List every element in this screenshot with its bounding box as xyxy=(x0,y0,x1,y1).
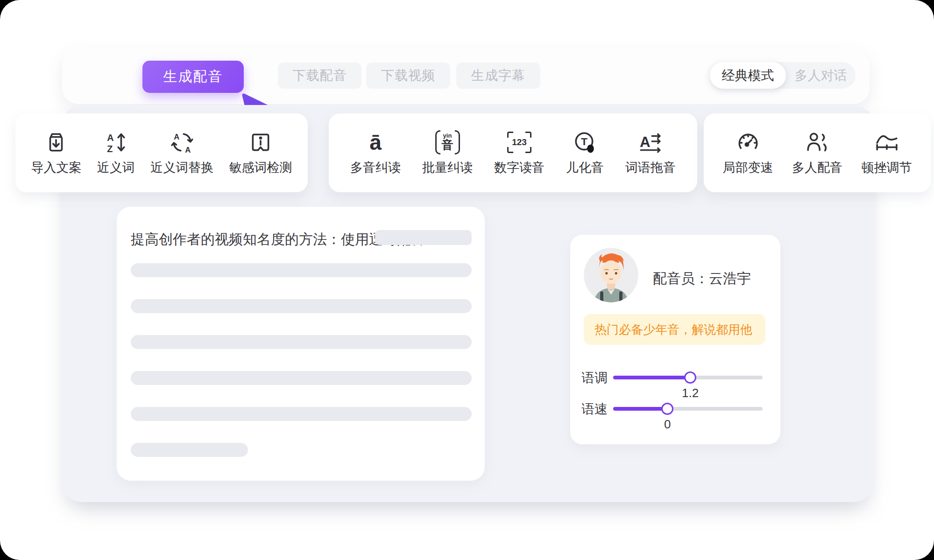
download-audio-button[interactable]: 下载配音 xyxy=(278,63,361,89)
speed-slider: 0 xyxy=(613,407,763,411)
svg-text:A: A xyxy=(174,132,179,141)
tool-label: 数字读音 xyxy=(494,159,545,176)
tool-label: 儿化音 xyxy=(566,159,604,176)
top-toolbar: 生成配音 下载配音 下载视频 生成字幕 经典模式 多人对话 xyxy=(62,48,870,104)
mode-classic-tab[interactable]: 经典模式 xyxy=(710,62,786,89)
tool-number-reading[interactable]: 123 数字读音 xyxy=(494,130,545,176)
slider-fill xyxy=(613,376,690,379)
tool-cadence-adjust[interactable]: 顿挫调节 xyxy=(862,130,912,176)
tool-label: 多音纠读 xyxy=(350,159,401,176)
narrator-tagline: 热门必备少年音，解说都用他 xyxy=(594,322,752,338)
brackets-123-icon: 123 xyxy=(507,130,531,154)
slider-fill xyxy=(613,407,667,411)
tool-label: 批量纠读 xyxy=(422,159,473,176)
placeholder-line xyxy=(131,443,248,457)
placeholder-line xyxy=(131,371,472,385)
a-arrows-icon: A xyxy=(638,130,663,154)
a-macron-icon: ā xyxy=(363,130,388,154)
t-bubble-icon: T xyxy=(573,130,597,154)
tool-polyphone-fix[interactable]: ā 多音纠读 xyxy=(350,130,401,176)
tool-local-speed[interactable]: 局部变速 xyxy=(723,130,773,176)
title-placeholder-bar xyxy=(375,230,472,245)
narrator-avatar[interactable] xyxy=(584,248,638,302)
swap-replace-icon: A A xyxy=(170,130,194,154)
tool-synonym-replace[interactable]: A A 近义词替换 xyxy=(150,130,213,176)
tool-erhua[interactable]: T 儿化音 xyxy=(566,130,604,176)
pitch-slider-label: 语调 xyxy=(581,369,608,387)
text-tools-card: 导入文案 A Z 近义词 A A xyxy=(15,113,308,192)
tool-multi-voice[interactable]: 多人配音 xyxy=(792,130,842,176)
speedometer-icon xyxy=(736,130,760,154)
pitch-value: 1.2 xyxy=(682,386,699,400)
placeholder-lines xyxy=(131,263,472,479)
person-waves-icon xyxy=(805,130,829,154)
generate-subtitle-button[interactable]: 生成字幕 xyxy=(456,63,540,89)
placeholder-line xyxy=(131,335,472,349)
svg-text:A: A xyxy=(185,145,191,154)
slider-thumb[interactable] xyxy=(684,371,696,384)
tool-label: 近义词替换 xyxy=(150,159,213,176)
narrator-panel: 配音员：云浩宇 热门必备少年音，解说都用他 语调 1.2 语速 0 xyxy=(570,235,780,444)
speed-slider-label: 语速 xyxy=(581,400,608,418)
tool-label: 多人配音 xyxy=(792,159,842,176)
svg-text:T: T xyxy=(580,135,587,147)
placeholder-line xyxy=(131,299,472,313)
pronunciation-tools-card: ā 多音纠读 yin 音 批量纠读 xyxy=(329,113,697,192)
svg-text:A: A xyxy=(640,134,651,150)
narrator-name: 配音员：云浩宇 xyxy=(653,269,751,288)
generate-dub-button[interactable]: 生成配音 xyxy=(142,61,244,93)
download-video-button[interactable]: 下载视频 xyxy=(366,63,450,89)
placeholder-line xyxy=(131,407,472,421)
tool-synonym[interactable]: A Z 近义词 xyxy=(97,130,135,176)
script-editor[interactable]: 提高创作者的视频知名度的方法：使用逗哥配音 xyxy=(117,207,485,481)
tool-label: 近义词 xyxy=(97,159,135,176)
tool-import-text[interactable]: 导入文案 xyxy=(31,130,81,176)
mode-toggle: 经典模式 多人对话 xyxy=(710,62,856,89)
tool-label: 导入文案 xyxy=(31,159,81,176)
tool-sensitive-check[interactable]: 敏感词检测 xyxy=(229,130,292,176)
tool-label: 敏感词检测 xyxy=(229,159,292,176)
svg-text:A: A xyxy=(107,132,114,142)
voice-tools-card: 局部变速 多人配音 xyxy=(704,113,931,192)
app-canvas: 生成配音 下载配音 下载视频 生成字幕 经典模式 多人对话 导入文案 xyxy=(0,0,934,560)
pitch-slider: 1.2 xyxy=(613,376,763,379)
bracket-yin-icon: yin 音 xyxy=(435,130,460,154)
sort-az-icon: A Z xyxy=(104,130,128,154)
speed-value: 0 xyxy=(664,417,671,432)
tool-label: 词语拖音 xyxy=(625,159,676,176)
narrator-tagline-box: 热门必备少年音，解说都用他 xyxy=(584,314,765,345)
mode-multi-dialog-tab[interactable]: 多人对话 xyxy=(786,62,856,89)
tool-batch-fix[interactable]: yin 音 批量纠读 xyxy=(422,130,473,176)
tool-label: 局部变速 xyxy=(723,159,773,176)
tool-word-drawl[interactable]: A 词语拖音 xyxy=(625,130,676,176)
curve-adjust-icon xyxy=(875,130,899,154)
placeholder-line xyxy=(131,263,472,277)
tool-label: 顿挫调节 xyxy=(862,159,912,176)
svg-text:Z: Z xyxy=(107,143,113,154)
sensitive-word-icon xyxy=(248,130,273,154)
slider-thumb[interactable] xyxy=(661,403,673,415)
import-doc-icon xyxy=(44,130,68,154)
